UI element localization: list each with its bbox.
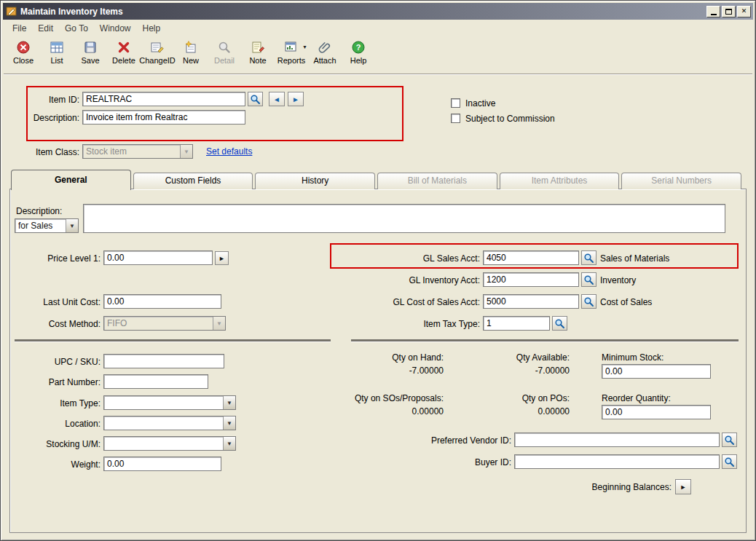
buyer-id-label: Buyer ID: xyxy=(418,457,511,467)
toolbar-note-button[interactable]: Note xyxy=(241,37,275,72)
item-id-label: Item ID: xyxy=(23,95,79,105)
toolbar-delete-button[interactable]: Delete xyxy=(107,37,141,72)
toolbar-attach-button[interactable]: Attach xyxy=(308,37,342,72)
qty-available-label: Qty Available: xyxy=(469,352,570,363)
subject-to-commission-checkbox[interactable] xyxy=(451,114,460,123)
tab-general[interactable]: General xyxy=(11,170,131,190)
preferred-vendor-id-lookup-button[interactable] xyxy=(722,433,737,447)
separator-left xyxy=(15,339,331,341)
set-defaults-link[interactable]: Set defaults xyxy=(206,146,252,157)
weight-input[interactable] xyxy=(103,457,221,471)
chevron-down-icon[interactable]: ▼ xyxy=(223,416,235,430)
menu-goto[interactable]: Go To xyxy=(59,21,94,36)
preferred-vendor-id-label: Preferred Vendor ID: xyxy=(403,435,511,446)
magnifier-icon xyxy=(583,275,594,285)
part-number-label: Part Number: xyxy=(16,377,101,387)
item-id-lookup-button[interactable] xyxy=(248,92,263,106)
reports-icon xyxy=(285,39,298,55)
gl-inventory-acct-input[interactable] xyxy=(483,272,579,287)
minimize-icon xyxy=(711,14,717,15)
location-combo[interactable]: ▼ xyxy=(103,416,236,430)
preferred-vendor-id-input[interactable] xyxy=(514,433,720,447)
item-tax-type-input[interactable] xyxy=(483,316,550,331)
item-tax-type-lookup-button[interactable] xyxy=(552,316,567,331)
list-icon xyxy=(50,39,64,55)
close-x-icon: ✕ xyxy=(741,8,747,15)
upc-sku-input[interactable] xyxy=(103,354,224,368)
previous-record-button[interactable]: ◄ xyxy=(269,92,285,106)
chevron-down-icon[interactable]: ▼ xyxy=(66,219,78,232)
toolbar-new-button[interactable]: New xyxy=(174,37,208,72)
tab-custom-fields[interactable]: Custom Fields xyxy=(133,173,253,189)
tab-history[interactable]: History xyxy=(255,173,375,189)
stocking-um-label: Stocking U/M: xyxy=(16,439,101,449)
chevron-down-icon[interactable]: ▼ xyxy=(223,437,235,450)
toolbar-close-button[interactable]: Close xyxy=(7,37,40,72)
last-unit-cost-label: Last Unit Cost: xyxy=(16,297,101,307)
qty-on-pos-label: Qty on POs: xyxy=(469,393,570,403)
last-unit-cost-input[interactable] xyxy=(103,294,221,309)
item-type-combo[interactable]: ▼ xyxy=(103,395,236,410)
app-icon xyxy=(5,6,17,17)
maximize-button[interactable] xyxy=(722,6,736,17)
minimum-stock-input[interactable] xyxy=(602,364,711,379)
reorder-quantity-label: Reorder Quantity: xyxy=(602,393,671,403)
sales-description-textarea[interactable] xyxy=(83,204,725,233)
chevron-down-icon[interactable]: ▼ xyxy=(223,396,235,409)
buyer-id-input[interactable] xyxy=(514,454,720,469)
subject-to-commission-label: Subject to Commission xyxy=(465,114,555,124)
toolbar-detail-button: Detail xyxy=(208,37,241,72)
attach-icon xyxy=(318,39,332,55)
toolbar-changeid-button[interactable]: ChangeID xyxy=(141,37,174,72)
magnifier-icon xyxy=(250,94,261,105)
help-icon: ? xyxy=(351,39,366,55)
gl-inventory-acct-lookup-button[interactable] xyxy=(581,272,596,287)
tab-serial-numbers: Serial Numbers xyxy=(621,173,741,189)
menu-edit[interactable]: Edit xyxy=(32,21,59,36)
beginning-balances-button[interactable]: ► xyxy=(675,479,691,494)
menu-file[interactable]: File xyxy=(7,21,32,36)
arrow-right-icon: ► xyxy=(218,255,225,262)
upc-sku-label: UPC / SKU: xyxy=(16,357,101,367)
inactive-checkbox[interactable] xyxy=(451,98,460,108)
item-id-input[interactable] xyxy=(82,92,245,106)
note-icon xyxy=(251,39,265,55)
next-record-button[interactable]: ► xyxy=(288,92,304,106)
description-input[interactable] xyxy=(82,110,245,125)
location-label: Location: xyxy=(16,419,101,429)
qty-on-hand-value: -7.00000 xyxy=(342,366,444,376)
cost-method-label: Cost Method: xyxy=(16,319,101,329)
buyer-id-lookup-button[interactable] xyxy=(722,454,737,469)
stocking-um-combo[interactable]: ▼ xyxy=(103,436,236,451)
window-close-button[interactable]: ✕ xyxy=(737,6,751,17)
titlebar[interactable]: Maintain Inventory Items ✕ xyxy=(3,3,753,20)
toolbar-list-button[interactable]: List xyxy=(40,37,74,72)
tab-bill-of-materials: Bill of Materials xyxy=(377,173,497,189)
toolbar-reports-button[interactable]: ▼ Reports xyxy=(275,37,308,72)
item-tax-type-label: Item Tax Type: xyxy=(393,319,480,329)
weight-label: Weight: xyxy=(16,459,101,470)
gl-cost-of-sales-acct-lookup-button[interactable] xyxy=(581,294,596,309)
toolbar-save-button[interactable]: Save xyxy=(74,37,107,72)
reorder-quantity-input[interactable] xyxy=(602,405,711,419)
price-level-1-input[interactable] xyxy=(103,250,213,265)
separator-right xyxy=(351,339,739,341)
price-levels-expand-button[interactable]: ► xyxy=(215,251,229,265)
reports-dropdown-icon[interactable]: ▼ xyxy=(302,44,307,50)
maximize-icon xyxy=(725,9,732,15)
arrow-left-icon: ◄ xyxy=(273,95,280,103)
part-number-input[interactable] xyxy=(103,374,208,389)
menu-window[interactable]: Window xyxy=(94,21,137,36)
menu-help[interactable]: Help xyxy=(137,21,167,36)
qty-on-sos-label: Qty on SOs/Proposals: xyxy=(323,393,444,403)
gl-sales-acct-label: GL Sales Acct: xyxy=(374,253,480,264)
tab-strip: General Custom Fields History Bill of Ma… xyxy=(11,170,744,189)
description-type-combo[interactable]: for Sales ▼ xyxy=(15,218,79,233)
toolbar-help-button[interactable]: ? Help xyxy=(342,37,375,72)
magnifier-icon xyxy=(554,318,565,329)
gl-cost-of-sales-acct-input[interactable] xyxy=(483,294,579,309)
close-record-icon xyxy=(16,39,31,55)
gl-sales-acct-lookup-button[interactable] xyxy=(581,250,596,265)
minimize-button[interactable] xyxy=(706,6,720,17)
gl-sales-acct-input[interactable] xyxy=(483,250,579,265)
